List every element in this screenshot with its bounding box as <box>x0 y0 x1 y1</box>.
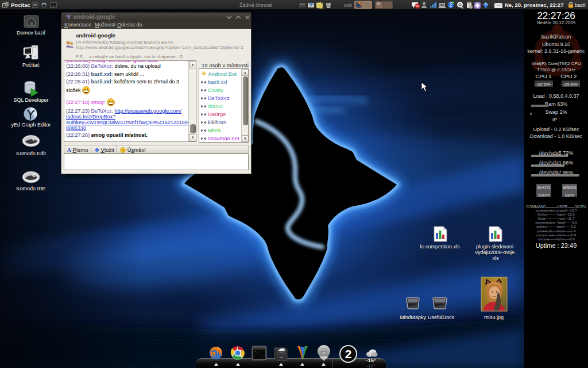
svg-text:>_: >_ <box>254 350 258 354</box>
svg-text:2: 2 <box>345 347 352 361</box>
